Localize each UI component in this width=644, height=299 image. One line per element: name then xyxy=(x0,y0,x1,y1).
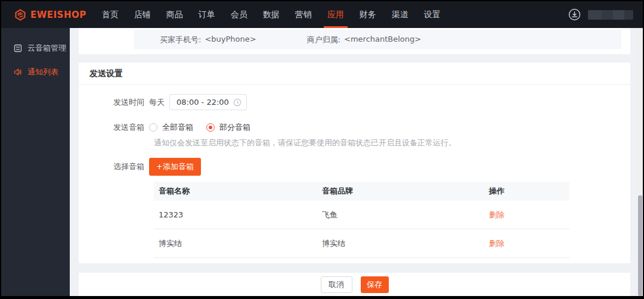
col-header-brand: 音箱品牌 xyxy=(317,186,484,197)
nav-item-apps[interactable]: 应用 xyxy=(322,1,349,28)
select-speaker-row: 选择音箱 +添加音箱 xyxy=(79,158,630,176)
table-row: 12323 飞鱼 删除 xyxy=(154,201,569,229)
merchant-belong-value: <merchantBelong> xyxy=(344,35,421,45)
table-row: 博实结 博实结 删除 xyxy=(154,229,569,258)
nav-item-orders[interactable]: 订单 xyxy=(193,1,221,28)
user-name-redacted[interactable] xyxy=(588,10,633,20)
nav-item-channels[interactable]: 渠道 xyxy=(386,1,414,28)
radio-unchecked-icon[interactable] xyxy=(149,123,157,132)
topbar-right xyxy=(568,8,633,21)
send-time-row: 发送时间 每天 08:00 - 22:00 xyxy=(79,94,630,110)
main-content: 买家手机号: <buyPhone> 商户归属: <merchantBelong>… xyxy=(70,28,643,296)
nav-item-marketing[interactable]: 营销 xyxy=(290,1,317,28)
radio-partial-speakers[interactable]: 部分音箱 xyxy=(206,122,250,133)
delete-link[interactable]: 删除 xyxy=(489,210,504,219)
col-header-action: 操作 xyxy=(484,186,569,197)
radio-all-speakers[interactable]: 全部音箱 xyxy=(149,122,193,133)
speaker-name: 12323 xyxy=(154,210,317,219)
clock-icon xyxy=(233,98,242,107)
radio-partial-label: 部分音箱 xyxy=(219,122,250,133)
logo[interactable]: EWEISHOP xyxy=(14,9,86,21)
nav-item-goods[interactable]: 商品 xyxy=(161,1,188,28)
add-speaker-button[interactable]: +添加音箱 xyxy=(149,158,201,176)
merchant-belong-label: 商户归属: xyxy=(307,35,340,45)
eweishop-logo-icon xyxy=(14,9,26,21)
select-speaker-label: 选择音箱 xyxy=(79,161,144,172)
scrollbar-thumb[interactable] xyxy=(638,195,642,296)
send-speaker-help-text: 通知仅会发送至启用状态下的音箱，请保证您要使用的音箱状态已开启且设备正常运行。 xyxy=(154,138,630,148)
nav-item-members[interactable]: 会员 xyxy=(225,1,253,28)
speaker-name: 博实结 xyxy=(154,238,317,249)
notice-template-fields: 买家手机号: <buyPhone> 商户归属: <merchantBelong> xyxy=(134,30,621,49)
sidebar-item-label: 通知列表 xyxy=(27,67,58,77)
sidebar-item-label: 云音箱管理 xyxy=(27,43,66,54)
scrollbar-track[interactable] xyxy=(637,28,643,296)
speaker-table: 音箱名称 音箱品牌 操作 12323 飞鱼 删除 博实结 博实结 删除 xyxy=(154,182,569,258)
send-time-prefix: 每天 xyxy=(149,97,165,108)
col-header-name: 音箱名称 xyxy=(154,186,317,197)
nav-item-data[interactable]: 数据 xyxy=(258,1,285,28)
nav-item-home[interactable]: 首页 xyxy=(97,1,124,28)
footer-action-bar: 取消 保存 xyxy=(79,273,630,296)
buyer-phone-label: 买家手机号: xyxy=(160,35,201,45)
form-icon xyxy=(14,44,22,52)
nav-item-finance[interactable]: 财务 xyxy=(354,1,382,28)
delete-link[interactable]: 删除 xyxy=(489,239,504,248)
sidebar: 云音箱管理 通知列表 xyxy=(1,28,70,296)
send-settings-title: 发送设置 xyxy=(79,63,630,85)
radio-checked-icon[interactable] xyxy=(206,123,215,132)
cancel-button[interactable]: 取消 xyxy=(321,276,352,293)
speaker-icon xyxy=(14,68,22,76)
sidebar-item-notice-list[interactable]: 通知列表 xyxy=(1,60,70,84)
main-nav: 首页 店铺 商品 订单 会员 数据 营销 应用 财务 渠道 设置 xyxy=(97,1,451,28)
speaker-table-header: 音箱名称 音箱品牌 操作 xyxy=(154,182,569,201)
send-speaker-label: 发送音箱 xyxy=(79,122,144,133)
buyer-phone-field: 买家手机号: <buyPhone> xyxy=(160,35,256,45)
save-button[interactable]: 保存 xyxy=(361,276,389,293)
buyer-phone-value: <buyPhone> xyxy=(205,35,256,45)
send-time-input[interactable]: 08:00 - 22:00 xyxy=(169,94,247,110)
merchant-belong-field: 商户归属: <merchantBelong> xyxy=(307,35,422,45)
notice-template-card: 买家手机号: <buyPhone> 商户归属: <merchantBelong> xyxy=(79,28,630,54)
nav-item-settings[interactable]: 设置 xyxy=(419,1,446,28)
sidebar-item-cloud-speaker-manage[interactable]: 云音箱管理 xyxy=(1,36,70,60)
download-icon[interactable] xyxy=(568,8,581,21)
speaker-brand: 博实结 xyxy=(317,238,484,249)
app-window: EWEISHOP 首页 店铺 商品 订单 会员 数据 营销 应用 财务 渠道 设… xyxy=(0,0,644,299)
logo-text: EWEISHOP xyxy=(30,10,86,20)
top-nav-bar: EWEISHOP 首页 店铺 商品 订单 会员 数据 营销 应用 财务 渠道 设… xyxy=(1,1,643,28)
nav-item-shop[interactable]: 店铺 xyxy=(129,1,156,28)
radio-all-label: 全部音箱 xyxy=(162,122,193,133)
speaker-brand: 飞鱼 xyxy=(317,210,484,220)
send-time-value: 08:00 - 22:00 xyxy=(177,98,229,107)
send-settings-card: 发送设置 发送时间 每天 08:00 - 22:00 发送音箱 全部音箱 xyxy=(79,63,630,263)
send-speaker-row: 发送音箱 全部音箱 部分音箱 xyxy=(79,122,630,133)
send-time-label: 发送时间 xyxy=(79,97,144,108)
